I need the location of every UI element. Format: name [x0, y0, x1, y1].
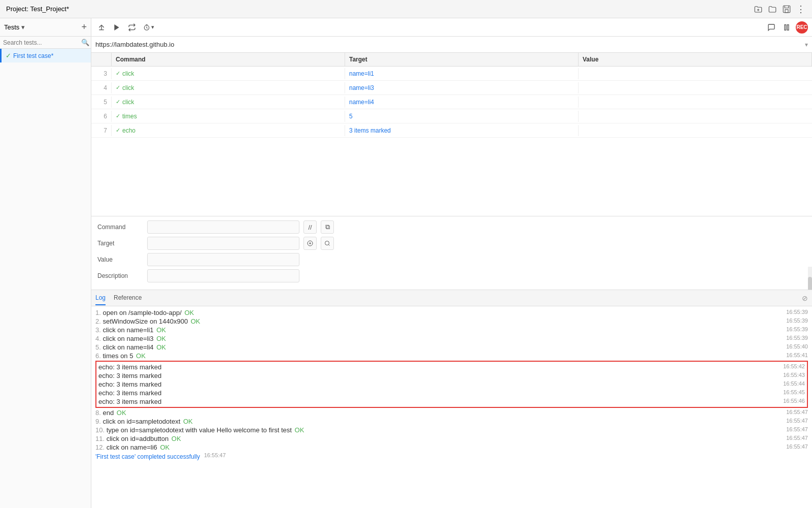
- loop-button[interactable]: [126, 21, 138, 34]
- sidebar-header: Tests ▾ +: [0, 18, 91, 37]
- svg-rect-2: [783, 6, 790, 13]
- table-row[interactable]: 4 ✓ click name=li3: [91, 81, 812, 95]
- test-item-label: First test case*: [13, 52, 53, 59]
- log-line-time: 16:55:41: [786, 352, 808, 358]
- log-line-text: 11. click on id=addbutton OK: [95, 435, 782, 442]
- row-target: name=li4: [345, 97, 579, 108]
- open-folder-icon[interactable]: [767, 4, 777, 14]
- timer-dropdown-button[interactable]: ▾: [141, 21, 156, 34]
- cmd-editor-description-input[interactable]: [147, 269, 299, 282]
- row-value: [579, 72, 812, 76]
- row-target: name=li1: [345, 68, 579, 79]
- cmd-editor-value-row: Value: [97, 253, 806, 266]
- log-ok-badge: OK: [295, 426, 304, 434]
- table-header: Command Target Value: [91, 53, 812, 67]
- cmd-editor-target-input[interactable]: [147, 237, 299, 250]
- cmd-editor-target-row: Target: [97, 237, 806, 250]
- scrollbar-track[interactable]: [808, 267, 812, 290]
- log-ok-badge: OK: [117, 409, 126, 417]
- log-line-time: 16:55:47: [786, 435, 808, 441]
- log-line: 8. end OK 16:55:47: [95, 408, 808, 417]
- row-num: 3: [91, 68, 112, 79]
- row-cmd-text: echo: [122, 127, 136, 134]
- log-ok-badge: OK: [136, 352, 146, 360]
- cmd-search-target-btn[interactable]: [321, 237, 334, 250]
- main-container: Tests ▾ + 🔍 ✓ First test case*: [0, 18, 812, 508]
- cmd-comment-button[interactable]: //: [303, 220, 317, 234]
- log-line-text: 1. open on /sample-todo-app/ OK: [95, 309, 782, 316]
- log-line-time: 16:55:47: [786, 418, 808, 424]
- log-ok-badge: OK: [156, 326, 166, 334]
- cmd-editor-command-input[interactable]: [147, 220, 299, 234]
- step-over-button[interactable]: [95, 21, 108, 34]
- log-close-button[interactable]: ⊘: [802, 294, 808, 302]
- scrollbar-thumb[interactable]: [808, 277, 812, 290]
- log-tab-reference[interactable]: Reference: [114, 291, 142, 305]
- row-cmd: ✓ echo: [112, 125, 345, 136]
- record-button[interactable]: REC: [796, 21, 808, 34]
- log-line-time: 16:55:47: [786, 426, 808, 432]
- row-value: [579, 86, 812, 90]
- sidebar-item-first-test[interactable]: ✓ First test case*: [0, 49, 91, 62]
- command-editor: Command // ⧉ Target Value: [91, 216, 812, 290]
- log-line-time: 16:55:47: [786, 409, 808, 415]
- search-input[interactable]: [3, 39, 79, 46]
- row-check-icon: ✓: [116, 70, 120, 77]
- svg-rect-3: [785, 9, 788, 12]
- log-ok-badge: OK: [156, 343, 166, 351]
- table-row[interactable]: 3 ✓ click name=li1: [91, 67, 812, 81]
- sidebar-add-button[interactable]: +: [81, 22, 87, 33]
- log-line-text: echo: 3 items marked: [98, 363, 779, 371]
- cmd-target-btn[interactable]: [303, 237, 317, 250]
- log-line-time: 16:55:39: [786, 335, 808, 341]
- pause-button[interactable]: [781, 21, 793, 34]
- table-row[interactable]: 6 ✓ times 5: [91, 109, 812, 123]
- save-icon[interactable]: [782, 4, 792, 14]
- row-cmd-text: click: [122, 70, 134, 77]
- log-ok-badge: OK: [156, 335, 166, 342]
- url-bar: ▾: [91, 37, 812, 53]
- play-button[interactable]: [111, 21, 123, 34]
- url-dropdown-icon[interactable]: ▾: [805, 41, 808, 48]
- log-line: 11. click on id=addbutton OK 16:55:47: [95, 434, 808, 443]
- log-line-time: 16:55:45: [783, 389, 805, 395]
- cmd-editor-value-input[interactable]: [147, 253, 299, 266]
- log-line: 2. setWindowSize on 1440x900 OK 16:55:39: [95, 317, 808, 326]
- log-line-time: 16:55:44: [783, 380, 805, 387]
- search-icon: 🔍: [81, 39, 89, 46]
- log-line-text: echo: 3 items marked: [98, 398, 779, 405]
- table-row[interactable]: 7 ✓ echo 3 items marked: [91, 123, 812, 138]
- sidebar-dropdown-icon[interactable]: ▾: [21, 23, 25, 31]
- cmd-copy-button[interactable]: ⧉: [321, 220, 334, 234]
- sidebar: Tests ▾ + 🔍 ✓ First test case*: [0, 18, 91, 508]
- log-tabs: Log Reference ⊘: [91, 290, 812, 306]
- url-input[interactable]: [95, 41, 805, 48]
- row-cmd: ✓ times: [112, 111, 345, 122]
- cmd-editor-command-row: Command // ⧉: [97, 220, 806, 234]
- log-line-time: 16:55:46: [783, 398, 805, 404]
- log-success-text: 'First test case' completed successfully: [95, 452, 200, 461]
- comment-button[interactable]: [765, 21, 777, 34]
- log-success-line: 'First test case' completed successfully…: [95, 452, 808, 462]
- svg-line-14: [328, 244, 329, 245]
- row-cmd-text: times: [122, 113, 137, 120]
- log-tab-log[interactable]: Log: [95, 291, 106, 305]
- new-folder-icon[interactable]: [753, 4, 763, 14]
- more-icon[interactable]: ⋮: [796, 4, 806, 14]
- row-target: name=li3: [345, 82, 579, 93]
- log-ok-badge: OK: [184, 309, 194, 316]
- col-value: Value: [579, 53, 812, 66]
- log-ok-badge: OK: [183, 418, 193, 425]
- echo-log-line: echo: 3 items marked 16:55:46: [98, 397, 805, 406]
- log-line-text: 8. end OK: [95, 409, 782, 417]
- row-value: [579, 114, 812, 118]
- log-content: 1. open on /sample-todo-app/ OK 16:55:39…: [91, 306, 812, 508]
- table-body: 3 ✓ click name=li1 4 ✓ click name=li3 5 …: [91, 67, 812, 216]
- table-row[interactable]: 5 ✓ click name=li4: [91, 95, 812, 109]
- row-num: 5: [91, 97, 112, 108]
- log-line-time: 16:55:39: [786, 309, 808, 315]
- svg-marker-6: [114, 24, 119, 30]
- row-cmd-text: click: [122, 99, 134, 106]
- svg-point-13: [325, 241, 329, 245]
- row-cmd-text: click: [122, 84, 134, 91]
